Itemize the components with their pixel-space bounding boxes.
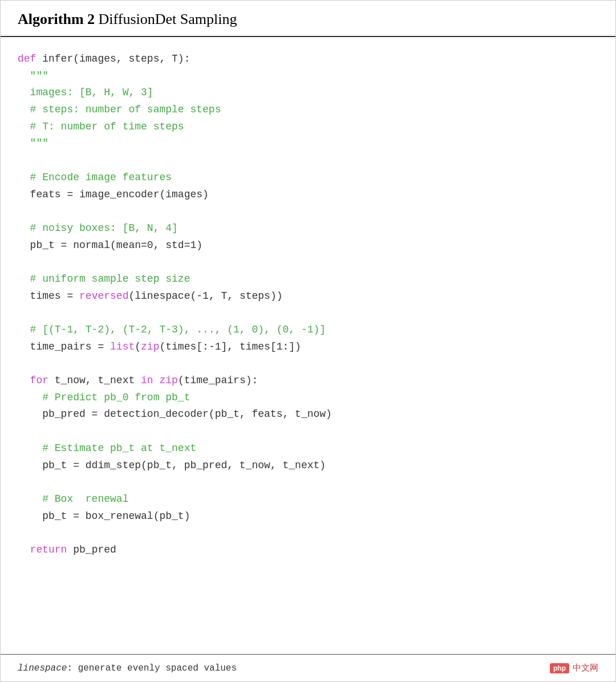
php-badge: php 中文网 (550, 663, 598, 673)
code-line-blank-5 (18, 355, 598, 372)
code-line-19: pb_t = ddim_step(pb_t, pb_pred, t_now, t… (18, 457, 598, 474)
code-text: infer(images, steps, T): (36, 53, 190, 64)
algorithm-title: Algorithm 2 DiffusionDet Sampling (18, 11, 237, 27)
code-line-blank-8 (18, 525, 598, 542)
code-line-7: # Encode image features (18, 169, 598, 186)
algorithm-header: Algorithm 2 DiffusionDet Sampling (1, 1, 615, 37)
code-line-9: # noisy boxes: [B, N, 4] (18, 220, 598, 237)
code-line-8: feats = image_encoder(images) (18, 186, 598, 204)
code-line-blank-7 (18, 474, 598, 491)
code-line-11: # uniform sample step size (18, 271, 598, 288)
footer-code-term: linespace (18, 663, 67, 673)
footer: linespace: generate evenly spaced values… (1, 654, 615, 681)
code-line-17: pb_pred = detection_decoder(pb_t, feats,… (18, 406, 598, 423)
code-line-18: # Estimate pb_t at t_next (18, 440, 598, 457)
code-line-6: """ (18, 135, 598, 152)
code-line-15: for t_now, t_next in zip(time_pairs): (18, 372, 598, 389)
code-line-12: times = reversed(linespace(-1, T, steps)… (18, 288, 598, 305)
code-line-21: pb_t = box_renewal(pb_t) (18, 508, 598, 525)
keyword-def: def (18, 53, 36, 64)
code-line-14: time_pairs = list(zip(times[:-1], times[… (18, 339, 598, 356)
footer-definition: linespace: generate evenly spaced values (18, 663, 237, 673)
code-line-20: # Box renewal (18, 491, 598, 508)
code-line-22: return pb_pred (18, 542, 598, 559)
code-line-4: # steps: number of sample steps (18, 102, 598, 119)
code-line-2: """ (18, 68, 598, 85)
code-line-5: # T: number of time steps (18, 119, 598, 136)
php-site-label: 中文网 (573, 663, 598, 673)
code-line-blank-1 (18, 152, 598, 169)
code-line-blank-6 (18, 423, 598, 440)
code-line-10: pb_t = normal(mean=0, std=1) (18, 237, 598, 254)
algorithm-number: Algorithm 2 (18, 11, 95, 27)
code-line-blank-3 (18, 254, 598, 271)
code-line-1: def infer(images, steps, T): (18, 51, 598, 68)
code-line-16: # Predict pb_0 from pb_t (18, 389, 598, 407)
code-line-blank-4 (18, 305, 598, 322)
code-block: def infer(images, steps, T): """ images:… (1, 37, 615, 654)
code-line-blank-2 (18, 203, 598, 220)
footer-definition-text: : generate evenly spaced values (67, 663, 237, 673)
code-line-3: images: [B, H, W, 3] (18, 84, 598, 102)
code-line-13: # [(T-1, T-2), (T-2, T-3), ..., (1, 0), … (18, 322, 598, 339)
php-logo: php (550, 663, 569, 673)
algorithm-name: DiffusionDet Sampling (95, 11, 237, 27)
algorithm-box: Algorithm 2 DiffusionDet Sampling def in… (0, 0, 616, 682)
